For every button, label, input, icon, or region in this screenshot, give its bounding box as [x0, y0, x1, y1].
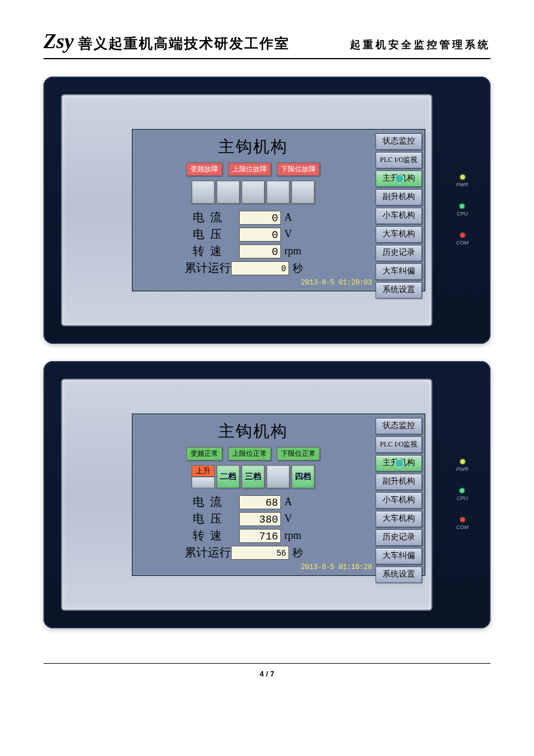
current-value: 0 — [239, 211, 281, 225]
btn-plc-io[interactable]: PLC I/O监视 — [376, 437, 422, 453]
runtime-unit: 秒 — [289, 261, 322, 275]
studio-name: 善义起重机高端技术研发工作室 — [78, 34, 290, 53]
voltage-value: 0 — [239, 228, 281, 242]
led-pwr-label: PWR — [456, 182, 468, 188]
btn-plc-io[interactable]: PLC I/O监视 — [376, 152, 422, 168]
gear-row: 上升 二档 三档 四档 — [145, 465, 362, 488]
btn-settings[interactable]: 系统设置 — [376, 282, 422, 298]
readings-block: 电流 68 A 电压 380 V 转速 716 rpm — [145, 494, 362, 560]
readings-block: 电流 0 A 电压 0 V 转速 0 rpm — [145, 210, 362, 276]
btn-status-monitor[interactable]: 状态监控 — [376, 418, 422, 434]
panel-title: 主钩机构 — [145, 420, 362, 442]
led-pwr-label: PWR — [456, 466, 468, 472]
alert-lower-limit-fault: 下限位故障 — [277, 163, 320, 176]
current-label: 电流 — [193, 494, 239, 510]
led-panel: PWR CPU COM — [456, 175, 468, 246]
led-cpu-icon — [460, 204, 464, 208]
screen: 主钩机构 变频正常 上限位正常 下限位正常 上升 二档 三档 — [132, 413, 425, 576]
btn-settings[interactable]: 系统设置 — [376, 567, 422, 583]
btn-aux-hoist[interactable]: 副升机构 — [376, 189, 422, 206]
page-footer: 4 / 7 — [44, 663, 490, 678]
gear-2[interactable]: 二档 — [217, 465, 240, 488]
current-unit: A — [281, 211, 313, 224]
led-cpu-label: CPU — [457, 495, 468, 501]
led-pwr-icon — [460, 459, 465, 464]
gear-4[interactable]: 四档 — [291, 465, 315, 488]
led-panel: PWR CPU COM — [456, 459, 468, 530]
alert-vfd-fault: 变频故障 — [186, 163, 222, 176]
page-current: 4 — [259, 669, 264, 678]
led-pwr-icon — [460, 175, 465, 179]
btn-aux-hoist[interactable]: 副升机构 — [376, 474, 422, 490]
hmi-device-2: 主钩机构 变频正常 上限位正常 下限位正常 上升 二档 三档 — [44, 361, 490, 628]
runtime-label: 累计运行 — [185, 260, 231, 276]
current-label: 电流 — [193, 210, 239, 225]
led-com-icon — [460, 517, 465, 522]
btn-cart[interactable]: 大车机构 — [376, 511, 422, 527]
gear-row — [145, 181, 362, 204]
page-header: Zsy 善义起重机高端技术研发工作室 起重机安全监控管理系统 — [44, 29, 490, 59]
bezel: 主钩机构 变频正常 上限位正常 下限位正常 上升 二档 三档 — [61, 379, 432, 611]
side-menu: 状态监控 PLC I/O监视 主升机构 副升机构 小车机构 大车机构 历史记录 … — [376, 418, 422, 583]
page-total: 7 — [270, 669, 274, 678]
screen: 主钩机构 变频故障 上限位故障 下限位故障 — [132, 129, 425, 291]
bezel: 主钩机构 变频故障 上限位故障 下限位故障 — [61, 94, 432, 326]
gear-direction[interactable]: 上升 — [192, 465, 215, 488]
runtime-label: 累计运行 — [185, 545, 231, 560]
speed-label: 转速 — [193, 243, 239, 259]
page-sep: / — [266, 669, 268, 678]
btn-cart-correction[interactable]: 大车纠偏 — [376, 264, 422, 280]
alert-upper-limit-fault: 上限位故障 — [228, 163, 271, 176]
hmi-device-1: 主钩机构 变频故障 上限位故障 下限位故障 — [44, 77, 490, 344]
gear-4[interactable] — [266, 181, 290, 204]
btn-main-hoist[interactable]: 主升机构 — [376, 455, 422, 471]
panel-title: 主钩机构 — [145, 136, 362, 158]
speed-value: 716 — [239, 529, 281, 543]
voltage-unit: V — [281, 513, 313, 525]
speed-label: 转速 — [193, 528, 239, 543]
voltage-value: 380 — [239, 512, 281, 526]
runtime-unit: 秒 — [289, 546, 322, 560]
alert-row: 变频正常 上限位正常 下限位正常 — [145, 447, 362, 460]
alert-lower-limit-ok: 下限位正常 — [277, 447, 320, 460]
gear-5[interactable] — [291, 181, 315, 204]
current-value: 68 — [239, 495, 281, 509]
led-com-label: COM — [456, 524, 468, 530]
side-menu: 状态监控 PLC I/O监视 主升机构 副升机构 小车机构 大车机构 历史记录 … — [376, 134, 422, 298]
logo: Zsy — [44, 29, 74, 53]
btn-cart[interactable]: 大车机构 — [376, 226, 422, 243]
runtime-value: 56 — [231, 546, 289, 560]
voltage-label: 电压 — [193, 511, 239, 527]
timestamp: 2013-8-5 01:16:28 — [301, 563, 372, 571]
speed-unit: rpm — [281, 530, 313, 542]
alert-upper-limit-ok: 上限位正常 — [228, 447, 271, 460]
alert-vfd-ok: 变频正常 — [186, 447, 222, 460]
btn-history[interactable]: 历史记录 — [376, 530, 422, 546]
speed-value: 0 — [239, 244, 281, 258]
alert-row: 变频故障 上限位故障 下限位故障 — [145, 163, 362, 176]
gear-3[interactable]: 三档 — [241, 465, 265, 488]
runtime-value: 0 — [231, 261, 289, 275]
btn-trolley[interactable]: 小车机构 — [376, 492, 422, 509]
led-cpu-label: CPU — [457, 211, 468, 217]
btn-history[interactable]: 历史记录 — [376, 245, 422, 261]
gear-blank[interactable] — [266, 465, 290, 488]
current-unit: A — [281, 496, 313, 508]
led-cpu-icon — [460, 488, 464, 493]
speed-unit: rpm — [281, 245, 313, 257]
system-name: 起重机安全监控管理系统 — [350, 38, 490, 52]
timestamp: 2013-8-5 01:20:03 — [301, 279, 372, 287]
led-com-icon — [460, 233, 465, 237]
btn-cart-correction[interactable]: 大车纠偏 — [376, 548, 422, 564]
gear-3[interactable] — [241, 181, 265, 204]
btn-status-monitor[interactable]: 状态监控 — [376, 134, 422, 150]
gear-2[interactable] — [217, 181, 240, 204]
voltage-label: 电压 — [193, 226, 239, 242]
gear-1[interactable] — [192, 181, 215, 204]
voltage-unit: V — [281, 228, 313, 240]
btn-trolley[interactable]: 小车机构 — [376, 208, 422, 224]
led-com-label: COM — [456, 240, 468, 246]
btn-main-hoist[interactable]: 主升机构 — [376, 171, 422, 187]
